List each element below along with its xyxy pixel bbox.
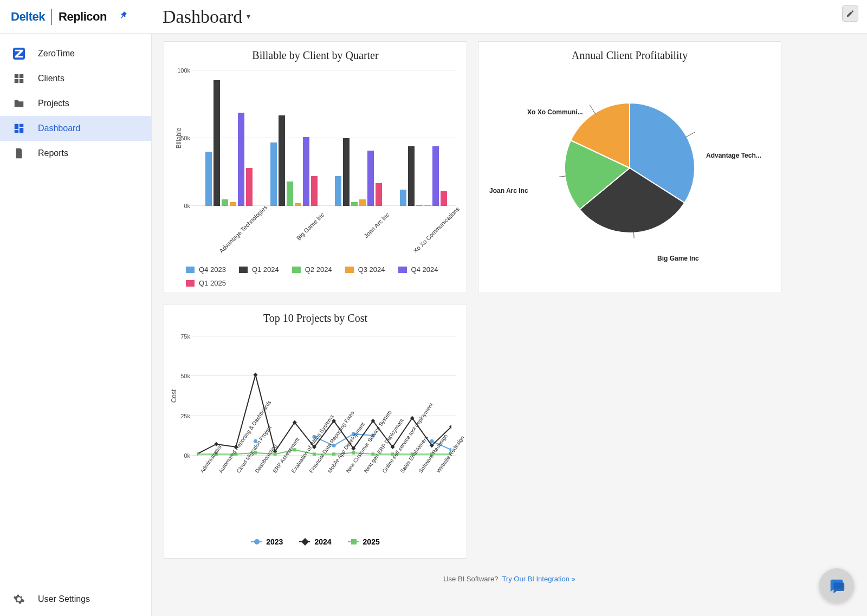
sidebar-item-label: Dashboard	[38, 124, 80, 133]
top-bar: Deltek Replicon Dashboard ▾	[0, 0, 867, 34]
sidebar-item-label: ZeroTime	[38, 49, 75, 59]
bar-legend: Q4 2023Q1 2024Q2 2024Q3 2024Q4 2024Q1 20…	[164, 261, 467, 296]
clients-icon	[13, 73, 25, 85]
page-title-text: Dashboard	[163, 7, 242, 27]
sidebar: ZeroTime Clients Projects Dashboard Repo…	[0, 34, 152, 616]
folder-icon	[13, 98, 25, 109]
sidebar-item-clients[interactable]: Clients	[0, 66, 151, 91]
footer-text: Use BI Software?	[443, 575, 498, 583]
line-legend: 202320242025	[164, 532, 467, 554]
panel-billable-by-client[interactable]: Billable by Client by Quarter Billable 0…	[164, 41, 467, 293]
gear-icon	[13, 593, 25, 605]
chart-title: Billable by Client by Quarter	[164, 42, 467, 65]
pie-chart: Advantage Tech...Big Game IncJoan Arc In…	[478, 65, 781, 271]
footer-note: Use BI Software? Try Our BI Integration …	[164, 575, 855, 583]
bar-category-labels: Advantage TechnologiesBig Game IncJoan A…	[197, 206, 456, 212]
zerotime-icon	[13, 48, 25, 60]
user-settings-label: User Settings	[38, 594, 90, 604]
sidebar-item-user-settings[interactable]: User Settings	[0, 582, 151, 616]
content-area: Billable by Client by Quarter Billable 0…	[152, 34, 867, 616]
chat-button[interactable]	[819, 568, 854, 603]
sidebar-item-projects[interactable]: Projects	[0, 91, 151, 116]
sidebar-item-label: Projects	[38, 99, 69, 108]
svg-line-0	[685, 132, 695, 138]
bar-chart: Billable 0k50k100k	[191, 70, 456, 206]
sidebar-item-dashboard[interactable]: Dashboard	[0, 116, 151, 141]
logo-divider	[51, 9, 52, 25]
line-category-labels: AdministrationAutomated Reporting & Dash…	[191, 456, 456, 462]
footer-link[interactable]: Try Our BI Integration »	[502, 575, 575, 583]
reports-icon	[13, 147, 25, 159]
chevron-down-icon: ▾	[247, 12, 250, 21]
sidebar-item-label: Reports	[38, 148, 68, 158]
line-chart: Cost 0k25k50k75k	[191, 336, 456, 456]
sidebar-item-reports[interactable]: Reports	[0, 141, 151, 166]
chart-title: Annual Client Profitability	[478, 42, 781, 65]
sidebar-item-label: Clients	[38, 74, 64, 83]
panel-client-profitability[interactable]: Annual Client Profitability Advantage Te…	[478, 41, 781, 293]
logo-section: Deltek Replicon	[0, 9, 152, 25]
dashboard-icon	[13, 122, 25, 134]
pin-icon[interactable]	[115, 9, 130, 24]
sidebar-item-zerotime[interactable]: ZeroTime	[0, 41, 151, 66]
chat-icon	[827, 576, 846, 595]
svg-line-3	[590, 105, 596, 114]
edit-button[interactable]	[842, 5, 858, 22]
panel-top-projects[interactable]: Top 10 Projects by Cost Cost 0k25k50k75k…	[164, 304, 467, 559]
y-axis-label: Cost	[170, 390, 178, 403]
logo-deltek: Deltek	[11, 10, 45, 24]
logo-replicon: Replicon	[59, 10, 107, 24]
chart-title: Top 10 Projects by Cost	[164, 304, 467, 328]
page-title-dropdown[interactable]: Dashboard ▾	[163, 7, 250, 27]
pencil-icon	[846, 9, 855, 18]
